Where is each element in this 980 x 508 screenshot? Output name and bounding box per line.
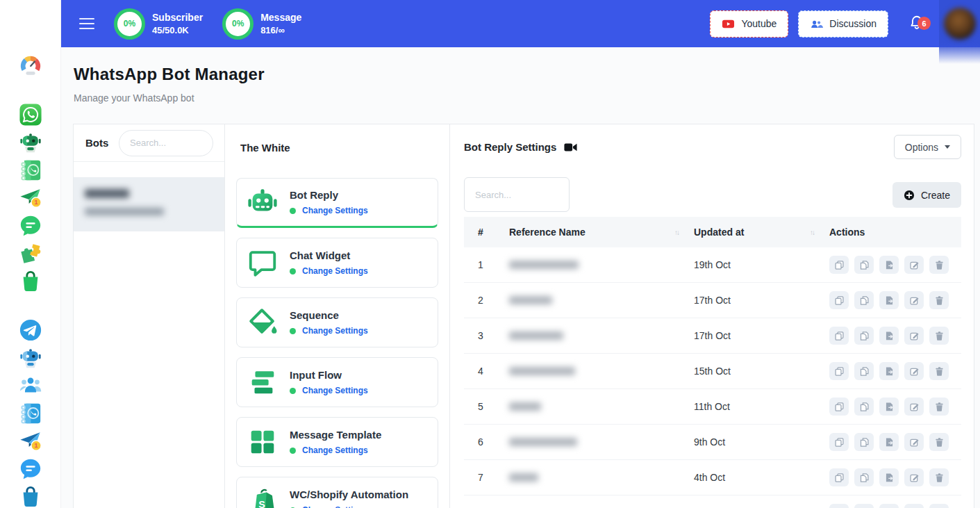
whatsapp-icon[interactable]: [19, 103, 42, 126]
edit-button[interactable]: [904, 291, 924, 309]
duplicate-button[interactable]: [829, 362, 849, 380]
delete-icon: [934, 331, 945, 341]
change-settings-label: Change Settings: [302, 206, 368, 215]
options-button[interactable]: Options: [894, 135, 961, 159]
hamburger-icon[interactable]: [79, 15, 94, 33]
edit-button[interactable]: [904, 504, 924, 508]
bot-list-item-selected[interactable]: [74, 177, 224, 231]
duplicate-button[interactable]: [829, 504, 849, 508]
feature-card-message-template[interactable]: Message TemplateChange Settings: [236, 417, 438, 467]
row-updated-at: 11th Oct: [694, 401, 829, 412]
clone-button[interactable]: [854, 398, 874, 416]
export-icon: [884, 473, 895, 483]
export-button[interactable]: [879, 362, 899, 380]
subscriber-value: 45/50.0K: [152, 25, 203, 35]
whatsapp-broadcast-icon[interactable]: 1: [19, 186, 42, 210]
export-button[interactable]: [879, 433, 899, 451]
table-row: 74th Oct: [464, 460, 961, 495]
bots-search-input[interactable]: [119, 130, 213, 156]
dashboard-icon[interactable]: [19, 54, 42, 78]
duplicate-button[interactable]: [829, 468, 849, 486]
telegram-group-icon[interactable]: [19, 374, 42, 398]
feature-card-input-flow[interactable]: Input FlowChange Settings: [236, 357, 438, 407]
duplicate-button[interactable]: [829, 327, 849, 345]
whatsapp-shop-icon[interactable]: [19, 270, 42, 293]
delete-button[interactable]: [929, 256, 949, 274]
export-button[interactable]: [879, 256, 899, 274]
sort-icon[interactable]: ↑↓: [810, 229, 814, 236]
delete-button[interactable]: [929, 504, 949, 508]
export-button[interactable]: [879, 504, 899, 508]
telegram-contacts-icon[interactable]: [19, 402, 42, 425]
feature-card-wc-shopify-automation[interactable]: SWC/Shopify AutomationChange Settings: [236, 477, 438, 508]
change-settings-link[interactable]: Change Settings: [290, 386, 368, 395]
export-button[interactable]: [879, 327, 899, 345]
change-settings-link[interactable]: Change Settings: [290, 206, 368, 215]
bots-panel-title: Bots: [85, 137, 108, 149]
duplicate-button[interactable]: [829, 433, 849, 451]
telegram-broadcast-icon[interactable]: 1: [19, 429, 42, 453]
youtube-button[interactable]: Youtube: [710, 10, 788, 38]
row-number: 1: [478, 259, 509, 270]
integrations-icon[interactable]: [19, 242, 42, 265]
change-settings-label: Change Settings: [302, 505, 368, 508]
clone-button[interactable]: [854, 504, 874, 508]
clone-button[interactable]: [854, 433, 874, 451]
notifications-button[interactable]: 6: [908, 14, 926, 33]
change-settings-link[interactable]: Change Settings: [290, 505, 408, 508]
feature-card-bot-reply[interactable]: Bot ReplyChange Settings: [236, 178, 438, 228]
video-camera-icon[interactable]: [564, 142, 577, 152]
feature-card-title: Chat Widget: [290, 249, 368, 261]
clone-button[interactable]: [854, 291, 874, 309]
whatsapp-bot-icon[interactable]: [19, 131, 42, 154]
clone-button[interactable]: [854, 256, 874, 274]
delete-button[interactable]: [929, 327, 949, 345]
clone-button[interactable]: [854, 327, 874, 345]
edit-button[interactable]: [904, 398, 924, 416]
export-button[interactable]: [879, 398, 899, 416]
table-row: 415th Oct: [464, 354, 961, 389]
telegram-shop-icon[interactable]: [19, 485, 42, 508]
feature-card-sequence[interactable]: SequenceChange Settings: [236, 297, 438, 347]
telegram-bot-icon[interactable]: [19, 346, 42, 370]
status-dot: [290, 448, 296, 454]
duplicate-button[interactable]: [829, 256, 849, 274]
feature-card-chat-widget[interactable]: Chat WidgetChange Settings: [236, 238, 438, 288]
duplicate-icon: [834, 331, 845, 341]
sort-icon[interactable]: ↑↓: [674, 229, 679, 236]
export-icon: [884, 295, 895, 306]
edit-button[interactable]: [904, 468, 924, 486]
export-button[interactable]: [879, 468, 899, 486]
edit-button[interactable]: [904, 433, 924, 451]
discussion-button[interactable]: Discussion: [798, 10, 888, 38]
duplicate-button[interactable]: [829, 291, 849, 309]
delete-button[interactable]: [929, 433, 949, 451]
clone-button[interactable]: [854, 362, 874, 380]
table-search-input[interactable]: [464, 177, 570, 212]
change-settings-link[interactable]: Change Settings: [290, 326, 368, 336]
telegram-chat-icon[interactable]: [19, 457, 42, 481]
status-dot: [290, 328, 296, 334]
export-button[interactable]: [879, 291, 899, 309]
change-settings-link[interactable]: Change Settings: [290, 266, 368, 276]
delete-button[interactable]: [929, 398, 949, 416]
create-button[interactable]: Create: [892, 182, 961, 208]
whatsapp-chat-icon[interactable]: [19, 214, 42, 238]
duplicate-button[interactable]: [829, 398, 849, 416]
notification-count-badge: 6: [917, 17, 931, 30]
status-dot: [290, 208, 296, 214]
delete-button[interactable]: [929, 468, 949, 486]
whatsapp-contacts-icon[interactable]: [19, 158, 42, 182]
telegram-icon[interactable]: [19, 318, 42, 342]
settings-cards: Bot ReplyChange SettingsChat WidgetChang…: [236, 178, 438, 508]
discussion-icon: [810, 17, 823, 31]
clone-icon: [859, 437, 870, 448]
edit-button[interactable]: [904, 362, 924, 380]
clone-button[interactable]: [854, 468, 874, 486]
avatar[interactable]: [944, 8, 976, 40]
change-settings-link[interactable]: Change Settings: [290, 445, 381, 455]
delete-button[interactable]: [929, 291, 949, 309]
delete-button[interactable]: [929, 362, 949, 380]
edit-button[interactable]: [904, 256, 924, 274]
edit-button[interactable]: [904, 327, 924, 345]
